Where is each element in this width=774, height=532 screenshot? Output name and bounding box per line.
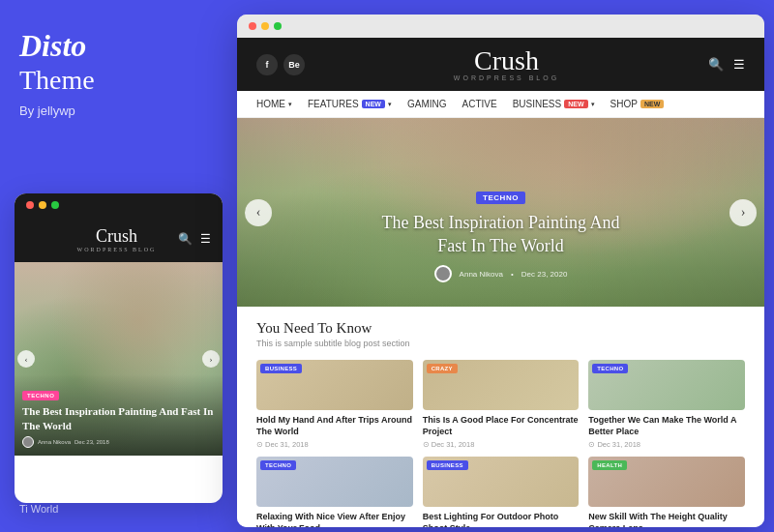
desktop-top-bar (237, 15, 764, 38)
nav-home[interactable]: HOME ▾ (256, 99, 292, 109)
article-card: HEALTH New Skill With The Height Quality… (588, 457, 745, 527)
hero-next-button[interactable]: › (729, 199, 757, 226)
mobile-header: Crush WORDPRESS BLOG 🔍 ☰ (15, 217, 223, 262)
article-badge: CRAZY (427, 364, 458, 373)
article-title: Relaxing With Nice View After Enjoy With… (256, 512, 413, 527)
hero-title: The Best Inspiration Painting And Fast I… (366, 212, 637, 257)
site-logo-area: Crush WORDPRESS BLOG (454, 47, 559, 81)
site-header: f Be Crush WORDPRESS BLOG 🔍 ☰ (237, 38, 764, 91)
left-panel: Disto Theme By jellywp Crush WORDPRESS B… (0, 0, 237, 532)
by-line: By jellywp (19, 103, 218, 118)
site-logo: Crush (454, 47, 559, 74)
mobile-top-bar (15, 193, 223, 217)
mobile-avatar (22, 436, 34, 448)
chevron-icon: ▾ (288, 101, 292, 108)
article-date: ⊙ Dec 31, 2018 (423, 440, 580, 449)
article-badge: TECHNO (260, 460, 296, 470)
hero-meta: Anna Nikova • Dec 23, 2020 (366, 265, 637, 282)
social-icons: f Be (256, 54, 305, 75)
site-logo-subtitle: WORDPRESS BLOG (454, 74, 559, 81)
mobile-next-button[interactable]: › (202, 350, 220, 368)
article-thumbnail: BUSINESS (423, 457, 580, 507)
blog-section-subtitle: This is sample subtitle blog post sectio… (256, 339, 745, 348)
article-thumbnail: TECHNO (588, 360, 745, 410)
hero-date: Dec 23, 2020 (521, 270, 568, 279)
article-card: BUSINESS Hold My Hand And After Trips Ar… (256, 360, 413, 449)
hero-avatar (434, 265, 452, 282)
business-badge: NEW (564, 100, 587, 108)
blog-section-title: You Need To Know (256, 320, 745, 337)
article-card: TECHNO Together We Can Make The World A … (588, 360, 745, 449)
mobile-icons: 🔍 ☰ (178, 232, 211, 247)
article-badge: BUSINESS (260, 364, 302, 373)
article-thumbnail: BUSINESS (256, 360, 413, 410)
hero-content: TECHNO The Best Inspiration Painting And… (366, 187, 637, 282)
brand-title: Disto Theme (19, 29, 218, 96)
blog-section: You Need To Know This is sample subtitle… (237, 307, 764, 527)
mobile-logo: Crush WORDPRESS BLOG (55, 226, 178, 252)
articles-grid-row1: BUSINESS Hold My Hand And After Trips Ar… (256, 360, 745, 449)
article-title: Hold My Hand And After Trips Around The … (256, 415, 413, 437)
article-card: CRAZY This Is A Good Place For Concentra… (423, 360, 580, 449)
article-title: New Skill With The Height Quality Camera… (588, 512, 745, 527)
mobile-prev-button[interactable]: ‹ (17, 350, 35, 368)
hero-badge: TECHNO (476, 192, 525, 204)
article-badge: TECHNO (592, 364, 628, 373)
article-thumbnail: HEALTH (588, 457, 745, 507)
mobile-hero-meta: Anna Nikova Dec 23, 2018 (22, 436, 215, 448)
desktop-menu-icon[interactable]: ☰ (733, 57, 745, 73)
hero-section: TECHNO The Best Inspiration Painting And… (237, 118, 764, 307)
chevron-icon: ▾ (591, 101, 595, 108)
chevron-icon: ▾ (388, 101, 392, 108)
search-icon[interactable]: 🔍 (178, 232, 193, 247)
article-card: BUSINESS Best Lighting For Outdoor Photo… (423, 457, 580, 527)
mobile-hero-image: TECHNO The Best Inspiration Painting And… (15, 262, 223, 456)
article-badge: BUSINESS (427, 460, 468, 470)
behance-icon[interactable]: Be (283, 54, 305, 75)
shop-badge: NEW (640, 100, 664, 108)
mobile-mockup: Crush WORDPRESS BLOG 🔍 ☰ TECHNO The Best… (15, 193, 223, 503)
article-title: Best Lighting For Outdoor Photo Shoot St… (423, 512, 580, 527)
menu-icon[interactable]: ☰ (200, 232, 211, 247)
features-badge: NEW (362, 100, 385, 108)
nav-business[interactable]: BUSINESS NEW ▾ (513, 99, 595, 109)
article-thumbnail: TECHNO (256, 457, 413, 507)
article-title: This Is A Good Place For Concentrate Pro… (423, 415, 580, 437)
dot-green (51, 201, 59, 209)
article-badge: HEALTH (592, 460, 627, 470)
nav-shop[interactable]: SHOP NEW (610, 99, 665, 109)
desktop-dot-yellow (261, 22, 269, 30)
desktop-search-icon[interactable]: 🔍 (708, 57, 724, 73)
mobile-author-date: Dec 23, 2018 (74, 439, 109, 445)
nav-gaming[interactable]: GAMING (407, 99, 447, 109)
hero-prev-button[interactable]: ‹ (245, 199, 272, 226)
article-card: TECHNO Relaxing With Nice View After Enj… (256, 457, 413, 527)
header-right-icons: 🔍 ☰ (708, 57, 745, 73)
article-thumbnail: CRAZY (423, 360, 580, 410)
desktop-dot-red (249, 22, 256, 30)
ti-world-label: Ti World (19, 503, 58, 515)
hero-dot: • (511, 270, 514, 279)
articles-grid-row2: TECHNO Relaxing With Nice View After Enj… (256, 457, 745, 527)
article-date: ⊙ Dec 31, 2018 (588, 440, 745, 449)
nav-active[interactable]: ACTIVE (462, 99, 497, 109)
mobile-hero-title: The Best Inspiration Painting And Fast I… (22, 404, 215, 432)
facebook-icon[interactable]: f (256, 54, 278, 75)
desktop-mockup: f Be Crush WORDPRESS BLOG 🔍 ☰ HOME ▾ FEA… (237, 15, 764, 527)
mobile-hero-overlay: TECHNO The Best Inspiration Painting And… (15, 374, 223, 456)
mobile-author-name: Anna Nikova (38, 439, 71, 445)
desktop-dot-green (274, 22, 282, 30)
dot-red (26, 201, 34, 209)
site-navigation: HOME ▾ FEATURES NEW ▾ GAMING ACTIVE BUSI… (237, 91, 764, 118)
article-title: Together We Can Make The World A Better … (588, 415, 745, 437)
dot-yellow (39, 201, 46, 209)
article-date: ⊙ Dec 31, 2018 (256, 440, 413, 449)
hero-author: Anna Nikova (460, 270, 503, 279)
mobile-hero-section: TECHNO The Best Inspiration Painting And… (15, 262, 223, 456)
nav-features[interactable]: FEATURES NEW ▾ (308, 99, 392, 109)
mobile-hero-badge: TECHNO (22, 391, 59, 400)
